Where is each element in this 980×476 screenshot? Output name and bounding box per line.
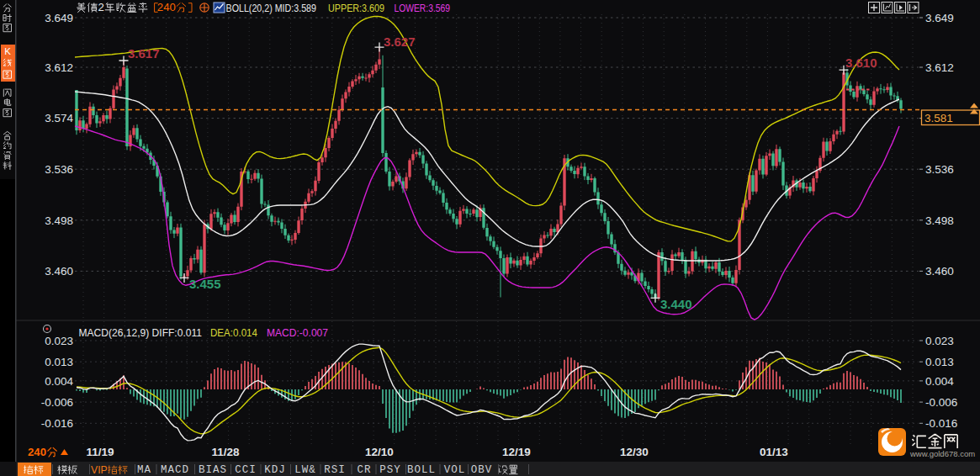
svg-text:OBV: OBV <box>471 464 493 476</box>
svg-text:3.460: 3.460 <box>925 265 954 278</box>
svg-text:www.gold678.com: www.gold678.com <box>909 449 975 458</box>
svg-text:PSY: PSY <box>379 464 401 476</box>
svg-text:12/10: 12/10 <box>365 446 394 458</box>
svg-text:0.004: 0.004 <box>925 375 954 388</box>
svg-text:0.023: 0.023 <box>925 335 954 347</box>
svg-text:11/28: 11/28 <box>211 446 240 458</box>
svg-text:3.649: 3.649 <box>45 12 73 24</box>
svg-text:3.610: 3.610 <box>845 56 877 70</box>
svg-text:12/19: 12/19 <box>502 446 531 458</box>
svg-text:240: 240 <box>28 446 46 458</box>
svg-text:240: 240 <box>157 1 176 13</box>
svg-text:3.536: 3.536 <box>45 163 73 176</box>
svg-text:LOWER:3.569: LOWER:3.569 <box>395 2 451 14</box>
svg-text:-0.006: -0.006 <box>925 396 957 409</box>
svg-text:3.574: 3.574 <box>45 112 73 124</box>
svg-text:3.581: 3.581 <box>924 112 953 124</box>
svg-text:MACD: MACD <box>161 464 189 476</box>
svg-text:LW&: LW& <box>294 464 316 476</box>
svg-text:0.004: 0.004 <box>45 375 73 388</box>
svg-text:BOLL(20,2) MID:3.589: BOLL(20,2) MID:3.589 <box>226 2 317 14</box>
svg-text:01/13: 01/13 <box>760 446 788 458</box>
svg-text:BOLL: BOLL <box>407 464 436 476</box>
svg-text:CCI: CCI <box>235 464 257 476</box>
svg-text:3.440: 3.440 <box>660 297 692 311</box>
svg-text:3.617: 3.617 <box>128 46 160 61</box>
svg-text:MA: MA <box>137 464 151 476</box>
svg-text:K: K <box>4 46 11 56</box>
svg-text:-0.016: -0.016 <box>925 417 957 430</box>
svg-text:3.612: 3.612 <box>925 61 954 74</box>
svg-text:0.023: 0.023 <box>45 335 73 347</box>
svg-text:11/19: 11/19 <box>86 446 114 458</box>
svg-text:3.612: 3.612 <box>45 61 73 74</box>
svg-text:0.013: 0.013 <box>45 356 73 368</box>
svg-text:VIP: VIP <box>91 464 108 476</box>
svg-text:-0.006: -0.006 <box>41 396 73 409</box>
svg-text:DEA:0.014: DEA:0.014 <box>210 326 257 339</box>
svg-text:12/30: 12/30 <box>620 446 649 458</box>
svg-text:3.460: 3.460 <box>45 265 73 278</box>
svg-text:-0.016: -0.016 <box>41 417 73 430</box>
svg-text:3.536: 3.536 <box>925 163 954 176</box>
svg-text:3.498: 3.498 <box>45 214 73 227</box>
svg-text:3.498: 3.498 <box>925 214 954 227</box>
svg-text:3.627: 3.627 <box>384 34 416 49</box>
svg-text:BIAS: BIAS <box>199 464 227 476</box>
svg-text:2: 2 <box>98 1 103 13</box>
svg-text:VOL: VOL <box>444 464 466 476</box>
svg-text:3.649: 3.649 <box>925 12 954 24</box>
svg-text:MACD(26,12,9) DIFF:0.011: MACD(26,12,9) DIFF:0.011 <box>79 326 203 339</box>
svg-text:0.013: 0.013 <box>925 356 954 368</box>
svg-text:3.455: 3.455 <box>189 277 221 291</box>
svg-text:UPPER:3.609: UPPER:3.609 <box>328 2 384 14</box>
svg-text:KDJ: KDJ <box>264 464 286 476</box>
svg-text:MACD:-0.007: MACD:-0.007 <box>267 326 328 339</box>
svg-text:RSI: RSI <box>324 464 346 476</box>
svg-text:CR: CR <box>357 464 371 476</box>
